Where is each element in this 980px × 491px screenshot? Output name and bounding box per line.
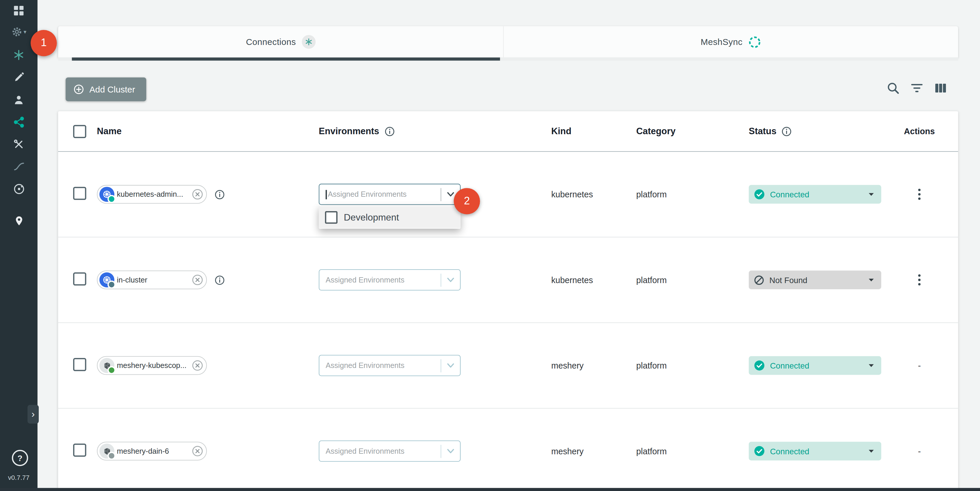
walkthrough-badge-2[interactable]: 2 (454, 188, 480, 214)
tools-icon[interactable] (0, 138, 38, 150)
caret-down-icon[interactable] (866, 446, 876, 456)
sidebar-expand-button[interactable]: › (28, 405, 39, 424)
connections-graph-icon[interactable] (0, 116, 38, 128)
column-header-kind[interactable]: Kind (551, 126, 636, 136)
row-actions-menu-icon[interactable] (913, 273, 925, 288)
chevron-down-icon[interactable] (441, 446, 460, 456)
main-content: Connections MeshSync Add Cluster (38, 0, 980, 491)
status-dot (108, 195, 116, 203)
status-chip[interactable]: Connected (749, 356, 881, 375)
info-icon[interactable] (384, 126, 395, 137)
table-row: kubernetes-admin... Assigned Environment… (58, 152, 958, 237)
caret-down-icon[interactable] (866, 275, 876, 285)
option-checkbox[interactable] (325, 211, 337, 224)
chip-close-icon[interactable] (192, 360, 203, 371)
connection-chip[interactable]: meshery-dain-6 (97, 442, 207, 461)
kind-value: meshery (551, 447, 636, 456)
column-header-environments[interactable]: Environments (319, 126, 379, 136)
configuration-pencil-icon[interactable] (0, 72, 38, 83)
extensions-circle-icon[interactable] (0, 183, 38, 195)
filter-icon[interactable] (910, 81, 924, 95)
dropdown-option-development[interactable]: Development (319, 206, 461, 228)
table-toolbar-icons (886, 81, 948, 95)
row-actions-menu-icon[interactable] (913, 187, 925, 202)
environments-select[interactable]: Assigned Environments (319, 440, 461, 462)
environments-select[interactable]: Assigned Environments (319, 355, 461, 376)
walkthrough-badge-1[interactable]: 1 (30, 30, 57, 56)
environments-select[interactable]: Assigned Environments (319, 184, 461, 205)
connection-chip[interactable]: meshery-kubescop... (97, 356, 207, 375)
no-actions-placeholder: - (918, 361, 921, 370)
row-checkbox[interactable] (73, 358, 86, 371)
environments-placeholder: Assigned Environments (326, 361, 441, 370)
chevron-down-icon[interactable] (441, 361, 460, 370)
performance-curve-icon[interactable] (0, 160, 38, 172)
table-row: meshery-kubescop... Assigned Environment… (58, 323, 958, 408)
columns-icon[interactable] (934, 81, 948, 95)
status-chip[interactable]: Not Found (749, 270, 881, 289)
connection-chip[interactable]: kubernetes-admin... (97, 185, 207, 204)
location-pin-icon[interactable] (0, 215, 38, 227)
chevron-down-icon[interactable] (441, 275, 460, 285)
row-checkbox[interactable] (73, 187, 86, 200)
category-value: platform (636, 190, 749, 199)
status-label: Connected (770, 190, 861, 199)
row-checkbox[interactable] (73, 273, 86, 286)
tab-bar: Connections MeshSync (58, 26, 958, 57)
info-icon[interactable] (215, 275, 225, 285)
tab-meshsync[interactable]: MeshSync (503, 26, 958, 57)
status-label: Not Found (769, 275, 861, 284)
kind-value: meshery (551, 361, 636, 370)
environments-select[interactable]: Assigned Environments (319, 269, 461, 291)
status-chip[interactable]: Connected (749, 442, 881, 461)
add-cluster-label: Add Cluster (89, 84, 135, 94)
column-header-category[interactable]: Category (636, 126, 749, 136)
search-icon[interactable] (886, 81, 900, 95)
info-icon[interactable] (781, 126, 792, 137)
chip-close-icon[interactable] (192, 445, 203, 457)
column-header-status[interactable]: Status (749, 126, 776, 136)
category-value: platform (636, 447, 749, 456)
status-dot (108, 280, 116, 289)
chip-close-icon[interactable] (192, 189, 203, 200)
settings-gear-icon[interactable]: ▾ (0, 26, 38, 37)
connected-check-icon (754, 445, 765, 457)
connection-name: kubernetes-admin... (117, 190, 189, 199)
no-actions-placeholder: - (918, 446, 921, 456)
environments-placeholder: Assigned Environments (326, 275, 441, 284)
caret-down-icon[interactable] (866, 361, 876, 370)
active-tab-indicator (72, 57, 500, 61)
caret-down-icon[interactable] (866, 189, 876, 199)
table-header-row: Name Environments Kind Category Status A… (58, 111, 958, 152)
column-header-name[interactable]: Name (97, 126, 319, 136)
select-all-checkbox[interactable] (73, 124, 86, 138)
kind-value: kubernetes (551, 190, 636, 199)
sidebar: ▾ › ? v0.7.77 (0, 0, 38, 491)
kubernetes-icon (99, 187, 114, 202)
connected-check-icon (754, 360, 765, 371)
tab-connections[interactable]: Connections (58, 26, 503, 57)
info-icon[interactable] (215, 189, 225, 200)
row-checkbox[interactable] (73, 444, 86, 457)
option-label: Development (344, 212, 399, 222)
category-value: platform (636, 275, 749, 284)
chip-close-icon[interactable] (192, 274, 203, 286)
tab-connections-label: Connections (246, 37, 296, 47)
dashboard-icon[interactable] (0, 5, 38, 16)
connection-name: meshery-kubescop... (117, 361, 189, 370)
chevron-down-icon: ▾ (24, 29, 26, 35)
add-cluster-button[interactable]: Add Cluster (65, 78, 146, 101)
status-chip[interactable]: Connected (749, 185, 881, 204)
connections-table: Name Environments Kind Category Status A… (58, 111, 958, 491)
status-label: Connected (770, 447, 861, 456)
tab-meshsync-label: MeshSync (701, 37, 742, 47)
lifecycle-icon[interactable] (0, 49, 38, 60)
help-icon[interactable]: ? (12, 450, 28, 466)
user-icon[interactable] (0, 94, 38, 105)
version-label: v0.7.77 (0, 474, 38, 481)
text-cursor (326, 190, 326, 199)
meshery-icon (99, 358, 114, 373)
connection-name: meshery-dain-6 (117, 447, 189, 456)
status-label: Connected (770, 361, 861, 370)
connection-chip[interactable]: in-cluster (97, 270, 207, 289)
